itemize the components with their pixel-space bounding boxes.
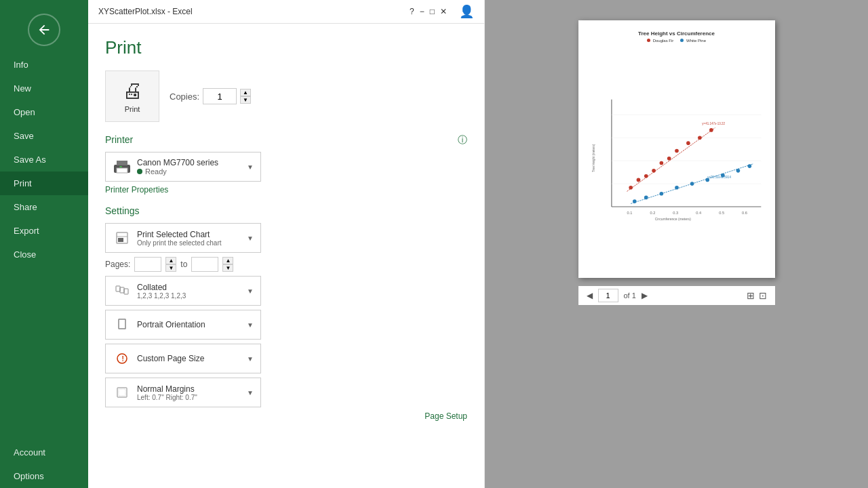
title-bar-controls: ? − □ ✕ 👤 <box>410 4 474 19</box>
svg-rect-1 <box>117 161 127 165</box>
legend-item-pine: White Pine <box>680 39 706 43</box>
next-page-button[interactable]: ▶ <box>642 291 648 300</box>
svg-point-37 <box>698 136 702 140</box>
svg-text:y=41.147x-13.22: y=41.147x-13.22 <box>702 122 725 125</box>
print-button-area[interactable]: 🖨 Print <box>105 70 159 122</box>
svg-point-36 <box>686 141 690 145</box>
ready-dot <box>137 169 142 174</box>
page-number-input[interactable] <box>598 289 618 302</box>
back-button[interactable] <box>28 14 60 46</box>
copies-input[interactable] <box>203 88 237 104</box>
pages-row: Pages: ▲ ▼ to ▲ ▼ <box>105 257 467 272</box>
sidebar-item-options[interactable]: Options <box>0 464 88 488</box>
print-panel: XYScatterPlot.xlsx - Excel ? − □ ✕ 👤 Pri… <box>88 0 485 488</box>
chart-plot-area: 0.1 0.2 0.3 0.4 0.5 0.6 Tree Height (met… <box>589 46 765 268</box>
sidebar-item-close[interactable]: Close <box>0 243 88 266</box>
svg-rect-9 <box>124 289 128 294</box>
setting-print-selection-text: Print Selected Chart Only print the sele… <box>137 230 247 247</box>
normal-margins-icon <box>113 383 132 402</box>
setting-normal-margins-main: Normal Margins <box>137 384 247 394</box>
printer-section: Printer ⓘ Canon MG7700 series Ready <box>105 134 467 195</box>
setting-collated-sub: 1,2,3 1,2,3 1,2,3 <box>137 292 247 300</box>
print-btn-label: Print <box>125 105 140 113</box>
copies-right: Copies: ▲ ▼ <box>170 88 251 104</box>
sidebar-item-save[interactable]: Save <box>0 124 88 148</box>
pages-from-spinners: ▲ ▼ <box>165 257 176 272</box>
setting-print-selection-sub: Only print the selected chart <box>137 239 247 247</box>
svg-text:y=25.53x+2.5914: y=25.53x+2.5914 <box>707 176 731 179</box>
copies-field: Copies: ▲ ▼ <box>170 88 251 104</box>
svg-text:Circumference (meters): Circumference (meters) <box>654 217 691 221</box>
setting-normal-margins[interactable]: Normal Margins Left: 0.7" Right: 0.7" ▼ <box>105 378 261 407</box>
copies-down[interactable]: ▼ <box>240 96 251 104</box>
svg-rect-3 <box>119 166 122 167</box>
printer-status: Ready <box>137 167 241 176</box>
sidebar-item-print[interactable]: Print <box>0 171 88 195</box>
pages-from-down[interactable]: ▼ <box>165 264 176 272</box>
printer-device-icon <box>113 159 132 174</box>
svg-text:Tree Height (meters): Tree Height (meters) <box>592 144 595 172</box>
pages-to-spinners: ▲ ▼ <box>222 257 233 272</box>
printer-name: Canon MG7700 series <box>137 158 241 167</box>
printer-properties-link[interactable]: Printer Properties <box>105 185 467 195</box>
sidebar-item-new[interactable]: New <box>0 77 88 100</box>
setting-print-selection-arrow: ▼ <box>247 235 254 242</box>
sidebar-nav: Info New Open Save Save As Print Share E… <box>0 53 88 488</box>
svg-rect-10 <box>119 319 125 329</box>
setting-collated-text: Collated 1,2,3 1,2,3 1,2,3 <box>137 283 247 300</box>
pages-label: Pages: <box>105 260 130 269</box>
restore-icon[interactable]: □ <box>430 7 435 16</box>
setting-print-selection[interactable]: Print Selected Chart Only print the sele… <box>105 223 261 253</box>
pages-to-input[interactable] <box>191 257 218 272</box>
chart-legend: Douglas Fir White Pine <box>647 39 706 43</box>
printer-section-header: Printer <box>105 134 467 145</box>
sidebar-item-saveas[interactable]: Save As <box>0 148 88 171</box>
pages-from-up[interactable]: ▲ <box>165 257 176 264</box>
setting-custom-page-main: Custom Page Size <box>137 354 247 363</box>
svg-text:0.6: 0.6 <box>742 211 747 215</box>
legend-item-douglas: Douglas Fir <box>647 39 673 43</box>
close-icon[interactable]: ✕ <box>440 7 447 16</box>
copies-spinners: ▲ ▼ <box>240 89 251 104</box>
svg-point-33 <box>659 161 663 165</box>
sidebar-item-info[interactable]: Info <box>0 53 88 77</box>
prev-page-button[interactable]: ◀ <box>587 291 593 300</box>
setting-normal-margins-arrow: ▼ <box>247 389 254 396</box>
sidebar-item-open[interactable]: Open <box>0 100 88 124</box>
copies-up[interactable]: ▲ <box>240 89 251 96</box>
preview-panel: Tree Height vs Circumference Douglas Fir… <box>485 0 868 488</box>
copies-label: Copies: <box>170 92 199 102</box>
setting-collated[interactable]: Collated 1,2,3 1,2,3 1,2,3 ▼ <box>105 276 261 306</box>
legend-dot-pine <box>680 39 684 42</box>
svg-point-35 <box>675 149 679 153</box>
print-btn-icon: 🖨 <box>122 79 142 102</box>
settings-section: Settings Print Selected Chart Only print… <box>105 205 467 421</box>
page-setup-link[interactable]: Page Setup <box>105 411 467 421</box>
fit-width-icon[interactable]: ⊡ <box>759 290 767 301</box>
setting-portrait-arrow: ▼ <box>247 321 254 329</box>
fit-page-icon[interactable]: ⊞ <box>747 290 755 301</box>
setting-collated-arrow: ▼ <box>247 287 254 295</box>
svg-rect-7 <box>116 286 120 291</box>
pages-to-down[interactable]: ▼ <box>222 264 233 272</box>
printer-info: Canon MG7700 series Ready <box>137 158 241 176</box>
sidebar-item-share[interactable]: Share <box>0 195 88 219</box>
setting-portrait[interactable]: Portrait Orientation ▼ <box>105 310 261 340</box>
svg-text:0.2: 0.2 <box>650 211 655 215</box>
help-icon[interactable]: ? <box>410 7 414 16</box>
portrait-icon <box>113 315 132 334</box>
svg-rect-14 <box>119 389 125 396</box>
sidebar-item-account[interactable]: Account <box>0 441 88 464</box>
setting-custom-page[interactable]: ! Custom Page Size ▼ <box>105 344 261 373</box>
printer-info-icon[interactable]: ⓘ <box>458 134 467 146</box>
svg-point-30 <box>636 178 640 182</box>
setting-print-selection-main: Print Selected Chart <box>137 230 247 239</box>
pages-from-input[interactable] <box>134 257 161 272</box>
svg-text:!: ! <box>122 355 124 363</box>
svg-rect-8 <box>120 287 124 293</box>
setting-portrait-text: Portrait Orientation <box>137 320 247 329</box>
pages-to-up[interactable]: ▲ <box>222 257 233 264</box>
minimize-icon[interactable]: − <box>420 7 425 16</box>
printer-select[interactable]: Canon MG7700 series Ready ▼ <box>105 152 261 182</box>
sidebar-item-export[interactable]: Export <box>0 219 88 243</box>
